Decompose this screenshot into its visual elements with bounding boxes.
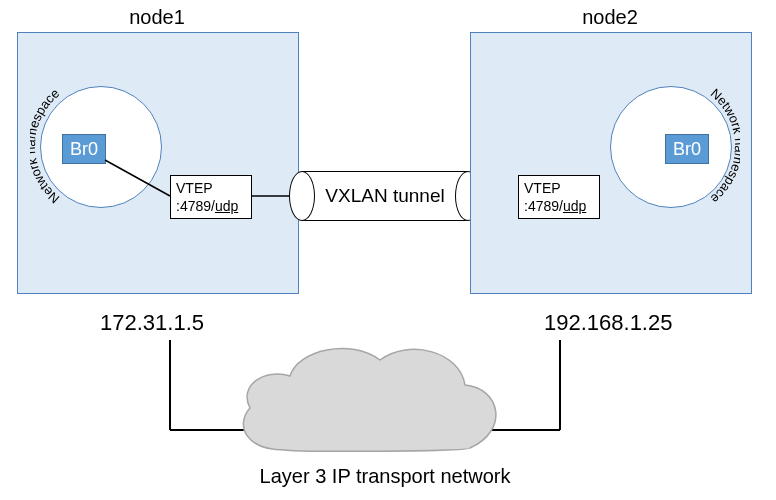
node2-vtep-line1: VTEP [524, 180, 561, 196]
node1-ip: 172.31.1.5 [100, 310, 204, 336]
node2-vtep-port: :4789/ [524, 198, 563, 214]
cloud-icon [220, 330, 520, 465]
tunnel-label: VXLAN tunnel [290, 171, 480, 221]
node2-namespace-label: Network namespace [708, 85, 740, 206]
transport-label: Layer 3 IP transport network [205, 465, 565, 488]
node2-title: node2 [470, 6, 750, 29]
svg-text:Network namespace: Network namespace [708, 85, 740, 206]
vxlan-tunnel: VXLAN tunnel [290, 171, 480, 221]
svg-line-1 [105, 160, 170, 196]
node2-bridge: Br0 [665, 134, 709, 164]
node2-ip: 192.168.1.25 [544, 310, 672, 336]
node2-vtep: VTEP :4789/udp [518, 175, 600, 219]
node2-vtep-proto: udp [563, 198, 586, 214]
